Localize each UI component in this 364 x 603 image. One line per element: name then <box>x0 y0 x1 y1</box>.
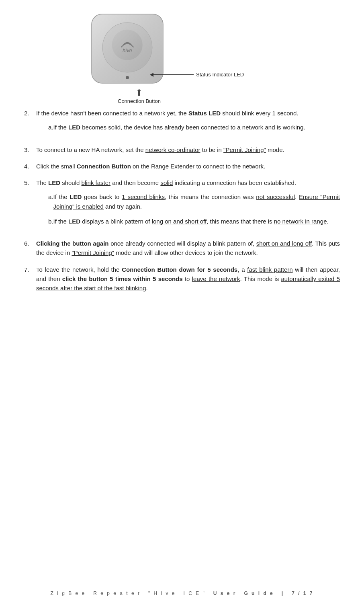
text-7-8: leave the network <box>192 275 240 282</box>
text-5-3: should <box>60 179 82 186</box>
text-7-11: . <box>146 285 148 291</box>
sub-5a-2: LED <box>70 193 82 200</box>
text-5-4: blink faster <box>82 179 111 186</box>
sub-5b-6: no network in range <box>274 218 327 225</box>
item-num-2: 2. <box>24 109 36 138</box>
sub-letter-5b: b. <box>36 217 53 226</box>
sub-2a-5: , the device has already been connected … <box>121 124 305 131</box>
text-7-7: to <box>183 275 192 282</box>
item-content-5: The LED should blink faster and then bec… <box>36 178 340 232</box>
text-7-4: fast blink pattern <box>247 266 292 273</box>
instruction-item-3: 3. To connect to a new HA network, set t… <box>24 145 340 154</box>
sub-content-5b: If the LED displays a blink pattern of l… <box>53 217 340 226</box>
item-num-5: 5. <box>24 178 36 232</box>
sub-5a-9: and try again. <box>104 203 142 210</box>
text-6-6: mode and will allow other devices to joi… <box>114 249 258 256</box>
sub-item-5b: b. If the LED displays a blink pattern o… <box>36 217 340 226</box>
sub-letter-5a: a. <box>36 192 53 211</box>
text-2-3: should <box>221 110 242 117</box>
text-3-5: mode. <box>266 146 284 153</box>
instruction-item-7: 7. To leave the network, hold the Connec… <box>24 265 340 293</box>
led-arrow <box>150 73 153 77</box>
sub-5b-2: LED <box>68 218 80 225</box>
text-3-2: network co-ordinator <box>145 146 200 153</box>
sub-5a-3: goes back to <box>82 193 122 200</box>
sub-2a-2: LED <box>68 124 80 131</box>
item-content-6: Clicking the button again once already c… <box>36 239 340 258</box>
sub-5b-5: , this means that there is <box>207 218 274 225</box>
item-num-3: 3. <box>24 145 36 154</box>
sub-5b-3: displays a blink pattern of <box>80 218 152 225</box>
sub-item-5a: a. If the LED goes back to 1 second blin… <box>36 192 340 211</box>
sub-2a-4: solid <box>108 124 121 131</box>
sub-list-5: a. If the LED goes back to 1 second blin… <box>36 192 340 226</box>
text-5-6: solid <box>160 179 173 186</box>
text-3-4: "Permit Joining" <box>223 146 266 153</box>
item-num-6: 6. <box>24 239 36 258</box>
sub-5a-5: , this means the connection was <box>165 193 256 200</box>
text-6-3: short on and long off <box>256 240 312 247</box>
svg-point-2 <box>112 30 143 60</box>
diagram-section: hive <box>70 8 294 105</box>
item-content-3: To connect to a new HA network, set the … <box>36 145 340 154</box>
sub-item-2a: a. If the LED becomes solid, the device … <box>36 123 340 132</box>
sub-5a-1: If the <box>53 193 70 200</box>
sub-letter-2a: a. <box>36 123 53 132</box>
svg-text:hive: hive <box>123 47 132 53</box>
instructions-list: 2. If the device hasn't been connected t… <box>24 109 340 293</box>
text-5-5: and then become <box>110 179 160 186</box>
sub-list-2: a. If the LED becomes solid, the device … <box>36 123 340 132</box>
status-led-annotation: Status Indicator LED <box>150 72 244 78</box>
text-6-2: once already connected will display a bl… <box>109 240 256 247</box>
sub-5a-6: not successful <box>256 193 295 200</box>
text-3-3: to be in <box>200 146 224 153</box>
instruction-item-5: 5. The LED should blink faster and then … <box>24 178 340 232</box>
text-7-3: , a <box>237 266 247 273</box>
text-5-2: LED <box>48 179 60 186</box>
text-5-7: indicating a connection has been establi… <box>173 179 296 186</box>
footer: Z i g B e e R e p e a t e r " H i v e I … <box>0 583 364 603</box>
text-4-3: on the Range Extender to connect to the … <box>131 163 265 170</box>
text-6-5: "Permit Joining" <box>72 249 114 256</box>
text-5-1: The <box>36 179 48 186</box>
text-7-2: Connection Button down for 5 seconds <box>122 266 237 273</box>
text-2-5: . <box>297 110 298 117</box>
item-content-7: To leave the network, hold the Connectio… <box>36 265 340 293</box>
item-num-7: 7. <box>24 265 36 293</box>
text-2-1: If the device hasn't been connected to a… <box>36 110 188 117</box>
instruction-item-4: 4. Click the small Connection Button on … <box>24 162 340 171</box>
text-6-1: Clicking the button again <box>36 240 109 247</box>
connection-btn-label: Connection Button <box>118 98 161 104</box>
footer-text: Z i g B e e R e p e a t e r " H i v e I … <box>50 591 313 596</box>
text-7-1: To leave the network, hold the <box>36 266 122 273</box>
sub-5a-4: 1 second blinks <box>122 193 165 200</box>
text-3-1: To connect to a new HA network, set the <box>36 146 145 153</box>
text-4-2: Connection Button <box>77 163 131 170</box>
page-container: hive <box>0 0 364 603</box>
footer-bold: U s e r G u i d e | 7 / 1 7 <box>213 591 314 596</box>
svg-point-4 <box>126 76 129 79</box>
status-led-label: Status Indicator LED <box>194 72 244 78</box>
sub-content-5a: If the LED goes back to 1 second blinks,… <box>53 192 340 211</box>
sub-2a-3: becomes <box>80 124 108 131</box>
item-content-2: If the device hasn't been connected to a… <box>36 109 340 138</box>
conn-arrow-icon: ⬆ <box>135 88 143 97</box>
sub-2a-1: If the <box>53 124 69 131</box>
text-7-9: . This mode is <box>240 275 281 282</box>
item-content-4: Click the small Connection Button on the… <box>36 162 340 171</box>
item-num-4: 4. <box>24 162 36 171</box>
sub-5a-7: . <box>295 193 299 200</box>
text-4-1: Click the small <box>36 163 77 170</box>
sub-5b-1: If the <box>53 218 69 225</box>
sub-content-2a: If the LED becomes solid, the device has… <box>53 123 340 132</box>
text-7-6: click the button 5 times within 5 second… <box>62 275 183 282</box>
sub-5b-4: long on and short off <box>152 218 207 225</box>
instruction-item-2: 2. If the device hasn't been connected t… <box>24 109 340 138</box>
sub-5b-7: . <box>327 218 328 225</box>
instruction-item-6: 6. Clicking the button again once alread… <box>24 239 340 258</box>
text-2-4: blink every 1 second <box>242 110 297 117</box>
connection-btn-annotation: ⬆ Connection Button <box>118 88 161 104</box>
led-line <box>153 74 194 75</box>
text-2-2: Status LED <box>188 110 221 117</box>
